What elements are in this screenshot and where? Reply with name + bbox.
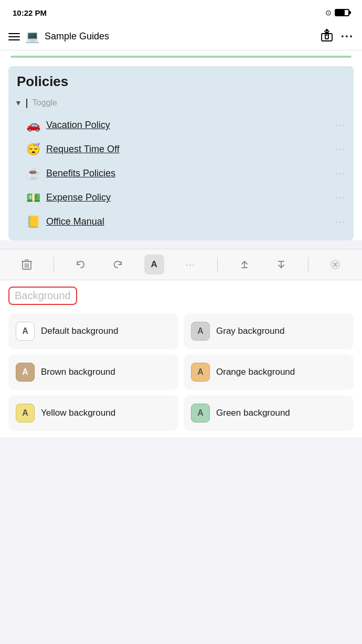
- toolbar-divider-2: [217, 257, 218, 272]
- undo-button[interactable]: [71, 255, 91, 275]
- nav-bar: 💻 Sample Guides ···: [0, 23, 362, 50]
- bg-item-brown[interactable]: A Brown background: [8, 354, 178, 390]
- status-time: 10:22 PM: [13, 8, 47, 17]
- policy-more-icon[interactable]: ···: [335, 145, 345, 154]
- bg-item-label-default: Default background: [41, 325, 118, 337]
- bg-item-icon-orange: A: [191, 363, 210, 382]
- bg-item-icon-yellow: A: [16, 404, 35, 423]
- share-button[interactable]: [321, 28, 333, 45]
- policy-item[interactable]: 💵 Expense Policy ···: [8, 186, 354, 210]
- bg-item-icon-default: A: [16, 322, 35, 341]
- policy-name: Benefits Policies: [46, 168, 330, 179]
- nav-right: ···: [321, 28, 354, 45]
- policies-header: Policies: [8, 66, 354, 95]
- move-down-button[interactable]: [271, 255, 291, 275]
- bg-item-yellow[interactable]: A Yellow background: [8, 395, 178, 431]
- bg-item-label-yellow: Yellow background: [41, 407, 115, 419]
- bg-item-icon-brown: A: [16, 363, 35, 382]
- policy-emoji: 😴: [25, 143, 41, 156]
- toggle-input[interactable]: Toggle: [33, 98, 347, 108]
- policy-more-icon[interactable]: ···: [335, 193, 345, 203]
- book-icon: 💻: [25, 30, 39, 44]
- policy-emoji: ☕: [25, 167, 41, 181]
- bg-item-gray[interactable]: A Gray background: [184, 313, 354, 349]
- format-label: A: [151, 259, 157, 270]
- toolbar: A ···: [0, 249, 362, 280]
- policy-name: Request Time Off: [46, 144, 330, 155]
- background-section: Background A Default background A Gray b…: [0, 280, 362, 437]
- more-toolbar-button[interactable]: ···: [180, 255, 200, 275]
- policy-more-icon[interactable]: ···: [335, 217, 345, 227]
- policy-more-icon[interactable]: ···: [335, 121, 345, 130]
- background-label: Background: [15, 290, 71, 301]
- bg-item-label-gray: Gray background: [216, 325, 284, 337]
- policy-emoji: 🚗: [25, 119, 41, 132]
- toolbar-divider-3: [308, 257, 308, 272]
- bg-item-label-brown: Brown background: [41, 366, 115, 378]
- content-area: Policies ▼ Toggle 🚗 Vacation Policy ··· …: [0, 50, 362, 240]
- nav-title: Sample Guides: [45, 31, 109, 42]
- bg-item-icon-green: A: [191, 404, 210, 423]
- more-toolbar-icon: ···: [186, 260, 196, 269]
- background-label-wrapper: Background: [8, 287, 77, 305]
- policy-list: 🚗 Vacation Policy ··· 😴 Request Time Off…: [8, 111, 354, 240]
- policy-name: Vacation Policy: [46, 120, 330, 131]
- policy-emoji: 📒: [25, 215, 41, 229]
- format-button[interactable]: A: [144, 255, 164, 275]
- policy-name: Office Manual: [46, 216, 330, 227]
- policy-item[interactable]: 📒 Office Manual ···: [8, 210, 354, 234]
- toggle-row[interactable]: ▼ Toggle: [8, 95, 354, 111]
- toggle-cursor: [26, 98, 28, 108]
- policies-block: Policies ▼ Toggle 🚗 Vacation Policy ··· …: [8, 66, 354, 240]
- nav-left: 💻 Sample Guides: [8, 30, 109, 44]
- bg-item-icon-gray: A: [191, 322, 210, 341]
- accent-bar: [10, 56, 352, 58]
- bg-item-orange[interactable]: A Orange background: [184, 354, 354, 390]
- policy-item[interactable]: 😴 Request Time Off ···: [8, 138, 354, 162]
- bg-item-label-orange: Orange background: [216, 366, 295, 378]
- delete-button[interactable]: [17, 255, 37, 275]
- battery-icon: [335, 9, 349, 16]
- redo-button[interactable]: [108, 255, 127, 275]
- status-bar: 10:22 PM ⊙: [0, 0, 362, 23]
- status-icons: ⊙: [325, 8, 349, 17]
- lock-icon: ⊙: [325, 8, 332, 17]
- policy-item[interactable]: 🚗 Vacation Policy ···: [8, 113, 354, 138]
- policy-more-icon[interactable]: ···: [335, 169, 345, 178]
- move-up-button[interactable]: [235, 255, 254, 275]
- toggle-arrow-icon: ▼: [15, 99, 22, 107]
- more-options-button[interactable]: ···: [341, 30, 354, 44]
- hamburger-menu-button[interactable]: [8, 33, 20, 40]
- policy-name: Expense Policy: [46, 192, 330, 203]
- policy-emoji: 💵: [25, 191, 41, 205]
- background-grid: A Default background A Gray background A…: [8, 313, 354, 431]
- bg-item-default[interactable]: A Default background: [8, 313, 178, 349]
- bg-item-green[interactable]: A Green background: [184, 395, 354, 431]
- toolbar-divider-1: [54, 257, 54, 272]
- bg-item-label-green: Green background: [216, 407, 290, 419]
- close-button[interactable]: [325, 255, 345, 275]
- policy-item[interactable]: ☕ Benefits Policies ···: [8, 162, 354, 186]
